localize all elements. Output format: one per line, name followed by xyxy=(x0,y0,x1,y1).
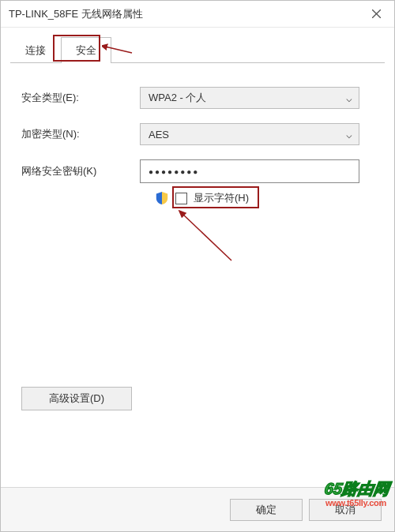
show-characters-checkbox[interactable] xyxy=(175,193,187,204)
shield-icon xyxy=(155,191,169,205)
encryption-type-label: 加密类型(N): xyxy=(21,127,140,141)
encryption-type-select[interactable]: AES ⌵ xyxy=(140,123,359,145)
title-bar: TP-LINK_58FE 无线网络属性 xyxy=(1,1,394,28)
tab-security-label: 安全 xyxy=(76,44,96,56)
tab-security[interactable]: 安全 xyxy=(61,37,111,63)
chevron-down-icon: ⌵ xyxy=(346,92,352,104)
security-type-value: WPA2 - 个人 xyxy=(149,91,206,105)
network-key-value: ●●●●●●●● xyxy=(149,167,199,176)
annotation-arrow-icon xyxy=(176,209,239,264)
network-key-label: 网络安全密钥(K) xyxy=(21,164,140,178)
tab-panel-security: 安全类型(E): WPA2 - 个人 ⌵ 加密类型(N): AES ⌵ 网络安全… xyxy=(1,63,394,213)
close-icon xyxy=(372,9,381,18)
tab-connect[interactable]: 连接 xyxy=(10,37,61,63)
close-button[interactable] xyxy=(358,1,394,28)
advanced-settings-button[interactable]: 高级设置(D) xyxy=(21,387,132,410)
chevron-down-icon: ⌵ xyxy=(346,129,352,140)
show-characters-label: 显示字符(H) xyxy=(194,191,249,205)
security-type-select[interactable]: WPA2 - 个人 ⌵ xyxy=(140,87,359,109)
advanced-settings-label: 高级设置(D) xyxy=(49,392,104,406)
network-key-input[interactable]: ●●●●●●●● xyxy=(140,159,359,183)
show-characters-row: 显示字符(H) xyxy=(155,191,374,205)
svg-line-3 xyxy=(182,214,231,260)
security-type-label: 安全类型(E): xyxy=(21,91,140,105)
ok-label: 确定 xyxy=(256,503,276,517)
watermark-text: 65路由网 xyxy=(323,478,391,500)
ok-button[interactable]: 确定 xyxy=(230,499,303,521)
watermark-url: www.t65lly.com xyxy=(325,498,386,508)
encryption-type-value: AES xyxy=(149,129,169,140)
window-title: TP-LINK_58FE 无线网络属性 xyxy=(9,7,143,21)
tab-strip: 连接 安全 xyxy=(1,28,394,63)
tab-connect-label: 连接 xyxy=(25,44,46,56)
